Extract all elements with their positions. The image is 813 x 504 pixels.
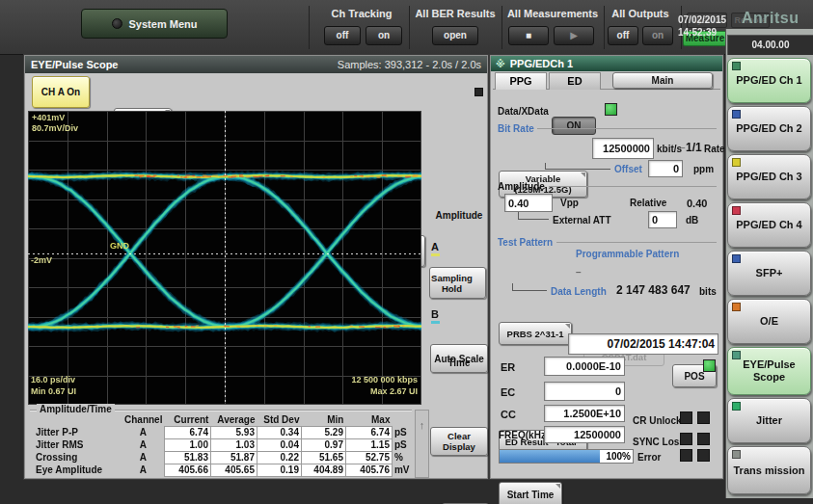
cr-unlock-led-1: [680, 411, 692, 424]
sidebar-item-label: PPG/ED Ch 4: [736, 219, 801, 231]
sidebar-item-ppg-ed-ch1[interactable]: PPG/ED Ch 1: [727, 58, 811, 103]
sidebar-item-label: Trans mission: [734, 464, 805, 477]
amplitude-label: Amplitude: [498, 181, 545, 192]
col-min: Min: [301, 413, 345, 426]
col-channel: Channel: [122, 413, 164, 426]
bit-rate-label: Bit Rate: [498, 123, 534, 134]
error-label: Error: [637, 452, 661, 463]
error-led-2: [697, 449, 710, 462]
cc-value-field: 1.2500E+10: [544, 405, 625, 422]
divider: [537, 128, 717, 129]
progress-fill: [500, 450, 600, 463]
samples-status: Samples: 393,312 - 2.0s / 2.0s: [338, 59, 481, 70]
all-outputs-on-button[interactable]: on: [642, 26, 673, 45]
all-measurements-stop-button[interactable]: ■: [508, 26, 549, 45]
bitrate-ratio[interactable]: 1/1: [686, 141, 702, 154]
sidebar-item-ppg-ed-ch2[interactable]: PPG/ED Ch 2: [727, 106, 811, 151]
sampling-hold-led: [474, 88, 483, 96]
ch-tracking-on-button[interactable]: on: [366, 26, 402, 45]
all-measurements-start-button[interactable]: ▶: [554, 26, 594, 45]
start-time-field: 07/02/2015 14:47:04: [568, 333, 718, 355]
tab-ppg[interactable]: PPG: [495, 72, 547, 90]
row-name: Jitter P-P: [34, 426, 122, 438]
row-channel: A: [122, 438, 164, 451]
app-root: System Menu Ch Tracking off on All BER R…: [0, 0, 813, 504]
table-scroll-up[interactable]: ↑: [415, 410, 429, 478]
all-outputs-off-button[interactable]: off: [608, 26, 638, 45]
system-menu-icon: [112, 18, 122, 29]
col-max: Max: [345, 413, 392, 426]
sidebar-item-jitter[interactable]: Jitter: [727, 398, 811, 443]
data-xdata-on-button[interactable]: ON: [552, 117, 596, 135]
sidebar-item-sfp[interactable]: SFP+: [727, 251, 811, 296]
cell-std: 0.19: [257, 464, 301, 476]
bitrate-offset-field[interactable]: 0: [648, 160, 683, 177]
sidebar-item-ppg-ed-ch4[interactable]: PPG/ED Ch 4: [727, 202, 811, 248]
ber-open-button[interactable]: open: [432, 26, 478, 45]
connector-line: [512, 283, 547, 291]
db-label: dB: [686, 215, 698, 225]
channel-b-label: B: [431, 308, 439, 320]
main-button[interactable]: Main: [612, 72, 713, 89]
tab-ed[interactable]: ED: [549, 72, 601, 90]
module-icon: [732, 254, 741, 263]
ch-tracking-off-button[interactable]: off: [324, 26, 361, 45]
row-name: Crossing: [34, 451, 122, 464]
eye-window-titlebar: EYE/Pulse Scope Samples: 393,312 - 2.0s …: [25, 56, 487, 73]
er-value-field: 0.0000E-10: [544, 357, 625, 376]
divider: [409, 6, 410, 49]
sidebar: 04.00.00 PPG/ED Ch 1 PPG/ED Ch 2 PPG/ED …: [725, 29, 813, 498]
clear-display-button[interactable]: Clear Display: [430, 427, 488, 456]
channel-icon: [732, 206, 741, 215]
cell-average: 405.65: [210, 464, 257, 476]
divider: [501, 6, 502, 49]
sidebar-item-eye-pulse-scope[interactable]: EYE/Pulse Scope: [727, 347, 811, 395]
system-menu-button[interactable]: System Menu: [81, 9, 228, 39]
ppg-window-titlebar: ※ PPG/EDCh 1: [491, 56, 722, 71]
cell-max: 52.75: [345, 451, 392, 464]
sidebar-item-transmission[interactable]: Trans mission: [727, 446, 811, 494]
bitrate-offset-label: Offset: [614, 164, 642, 174]
all-measurements-label: All Measurements: [504, 8, 601, 19]
cell-min: 5.29: [301, 426, 345, 438]
bits-label: bits: [699, 286, 717, 297]
col-std: Std Dev: [257, 413, 301, 426]
divider: [309, 6, 310, 49]
sidebar-item-label: PPG/ED Ch 2: [736, 122, 801, 135]
bitrate-value-field[interactable]: 12500000: [592, 138, 654, 159]
cell-max: 1.15: [345, 438, 392, 451]
sidebar-item-oe[interactable]: O/E: [727, 299, 811, 344]
prbs-pattern-button[interactable]: PRBS 2^31-1: [499, 322, 572, 345]
ppg-body: PPG ED Main Data/XData ON Bit Rate Varia…: [491, 71, 722, 478]
sync-loss-led-2: [697, 433, 710, 445]
ch-tracking-label: Ch Tracking: [320, 8, 403, 19]
cell-average: 51.87: [210, 451, 257, 464]
row-channel: A: [122, 451, 164, 464]
cell-std: 0.04: [257, 438, 301, 451]
start-time-button[interactable]: Start Time: [499, 482, 562, 504]
cell-std: 0.22: [257, 451, 301, 464]
cell-min: 51.65: [301, 451, 345, 464]
vpp-label: Vpp: [560, 198, 579, 208]
connector-line: [518, 212, 549, 220]
ch-a-on-button[interactable]: CH A On: [32, 76, 90, 108]
col-current: Current: [164, 413, 210, 426]
module-icon: [732, 351, 741, 359]
cr-unlock-led-2: [697, 411, 710, 424]
cell-average: 1.03: [210, 438, 257, 451]
scope-voltage-top: +401mV: [32, 113, 65, 123]
sidebar-item-ppg-ed-ch3[interactable]: PPG/ED Ch 3: [727, 154, 811, 199]
eye-diagram-display: [28, 111, 421, 405]
eye-window-title: EYE/Pulse Scope: [31, 59, 118, 70]
external-att-field[interactable]: 0: [648, 211, 677, 228]
scope-voltage-bottom: -2mV: [31, 255, 52, 266]
sampling-hold-button[interactable]: Sampling Hold: [429, 267, 486, 299]
freq-label: FREQ(kHz): [499, 430, 549, 440]
progress-label: 100%: [600, 450, 633, 463]
row-channel: A: [122, 464, 164, 476]
amplitude-value-field[interactable]: 0.40: [504, 194, 553, 212]
channel-icon: [732, 62, 741, 70]
datetime: 07/02/2015 14:52:39: [678, 13, 726, 39]
ppg-ed-window: ※ PPG/EDCh 1 PPG ED Main Data/XData ON B…: [490, 55, 723, 479]
table-row: Eye Amplitude A 405.66 405.65 0.19 404.8…: [34, 464, 415, 476]
